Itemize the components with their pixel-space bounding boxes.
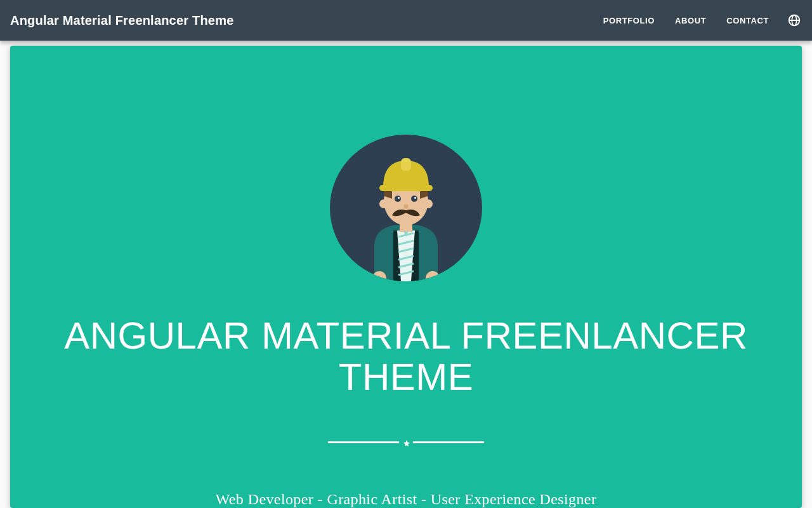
hero-section: Angular Material Freenlancer Theme Web D… [0, 41, 812, 508]
star-divider [328, 439, 484, 445]
svg-rect-19 [401, 158, 411, 171]
svg-rect-18 [379, 185, 433, 191]
language-icon[interactable] [787, 13, 802, 28]
divider-line [413, 441, 484, 443]
hero-avatar [330, 135, 482, 281]
nav-link-contact[interactable]: Contact [716, 16, 779, 25]
hero-subtitle: Web Developer - Graphic Artist - User Ex… [216, 491, 597, 508]
divider-line [328, 441, 399, 443]
svg-point-16 [414, 197, 416, 199]
app-title: Angular Material Freenlancer Theme [10, 13, 593, 28]
svg-point-15 [398, 197, 400, 199]
svg-point-17 [404, 204, 409, 209]
star-icon [403, 438, 409, 444]
svg-point-13 [395, 196, 401, 202]
svg-point-11 [379, 199, 388, 208]
nav-link-portfolio[interactable]: Portfolio [593, 16, 665, 25]
nav-link-about[interactable]: About [665, 16, 716, 25]
hero-card: Angular Material Freenlancer Theme Web D… [10, 46, 802, 508]
app-toolbar: Angular Material Freenlancer Theme Portf… [0, 0, 812, 41]
svg-point-12 [424, 199, 433, 208]
hero-title: Angular Material Freenlancer Theme [10, 316, 802, 398]
svg-point-14 [411, 196, 417, 202]
